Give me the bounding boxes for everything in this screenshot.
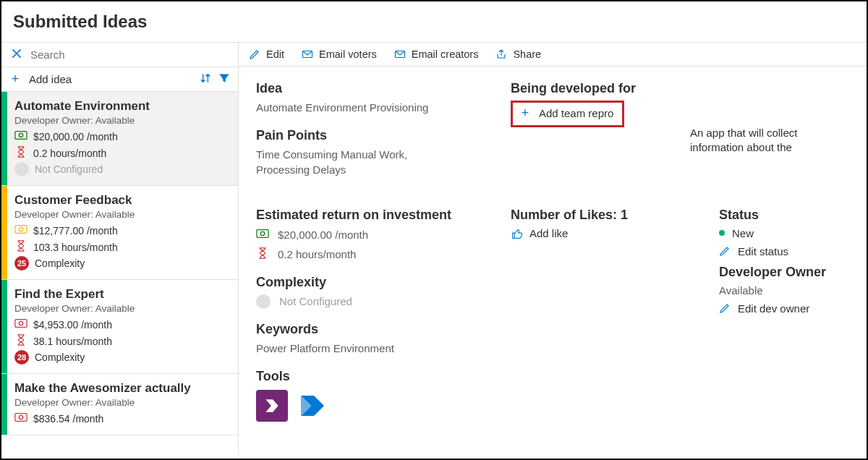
hourglass-icon xyxy=(14,145,27,161)
share-button[interactable]: Share xyxy=(495,48,541,60)
card-money: $4,953.00 /month xyxy=(14,317,229,332)
svg-rect-6 xyxy=(15,414,27,422)
status-heading: Status xyxy=(719,208,849,223)
svg-rect-10 xyxy=(257,229,268,237)
email-voters-button[interactable]: Email voters xyxy=(302,48,377,60)
being-developed-heading: Being developed for xyxy=(511,81,713,96)
share-icon xyxy=(495,48,507,60)
dev-owner-heading: Developer Owner xyxy=(719,265,849,280)
status-dot-icon xyxy=(719,230,725,236)
add-team-button[interactable]: + Add team repro xyxy=(516,103,619,124)
card-complexity: 28Complexity xyxy=(14,350,229,365)
complexity-value: Not Configured xyxy=(279,295,352,307)
complexity-heading: Complexity xyxy=(256,275,511,290)
card-title: Find the Expert xyxy=(14,287,229,302)
hourglass-icon xyxy=(256,247,269,262)
card-hours: 103.3 hours/month xyxy=(14,239,229,255)
email-voters-label: Email voters xyxy=(319,48,377,60)
card-owner: Developer Owner: Available xyxy=(14,115,229,126)
sidebar: + Add idea Automate Environment Develope… xyxy=(1,43,239,455)
card-money: $12,777.00 /month xyxy=(14,223,229,238)
roi-heading: Estimated return on investment xyxy=(256,208,511,223)
card-owner: Developer Owner: Available xyxy=(14,209,229,220)
complexity-badge: 28 xyxy=(14,350,29,365)
page-title: Submitted Ideas xyxy=(1,1,867,43)
pencil-icon xyxy=(249,48,260,60)
search-row[interactable] xyxy=(1,43,238,67)
roi-hours: 0.2 hours/month xyxy=(278,248,356,260)
money-icon xyxy=(14,411,27,426)
card-title: Make the Awesomizer actually xyxy=(14,381,229,396)
card-title: Automate Environment xyxy=(14,99,229,114)
edit-label: Edit xyxy=(266,48,284,60)
edit-status-label: Edit status xyxy=(738,245,788,257)
status-value: New xyxy=(732,227,754,239)
svg-rect-2 xyxy=(15,226,27,234)
filter-icon[interactable] xyxy=(218,72,231,87)
card-owner: Developer Owner: Available xyxy=(14,303,229,314)
complexity-badge-empty xyxy=(14,162,29,176)
svg-point-1 xyxy=(19,133,22,137)
svg-point-11 xyxy=(260,231,264,235)
edit-dev-owner-label: Edit dev owner xyxy=(738,302,809,315)
pencil-icon xyxy=(719,302,731,314)
keywords-value: Power Platform Environment xyxy=(256,341,511,356)
pain-heading: Pain Points xyxy=(256,128,511,143)
svg-point-3 xyxy=(19,227,22,231)
pencil-icon xyxy=(719,245,731,257)
idea-card[interactable]: Customer Feedback Developer Owner: Avail… xyxy=(1,186,238,280)
card-owner: Developer Owner: Available xyxy=(14,397,229,408)
detail-toolbar: Edit Email voters Email creators Share xyxy=(239,43,867,67)
dev-owner-value: Available xyxy=(719,284,849,297)
card-money: $836.54 /month xyxy=(14,411,229,426)
description-snippet: An app that will collect information abo… xyxy=(690,126,849,156)
status-stripe xyxy=(1,92,7,185)
svg-rect-4 xyxy=(15,320,27,328)
add-like-button[interactable]: Add like xyxy=(511,227,713,239)
tool-tile-blue[interactable] xyxy=(297,390,328,424)
mail-icon xyxy=(302,48,313,60)
money-icon xyxy=(256,227,269,242)
add-team-label: Add team repro xyxy=(539,107,613,119)
sort-icon[interactable] xyxy=(199,72,212,87)
clear-icon[interactable] xyxy=(10,47,23,62)
tool-tile-purple[interactable] xyxy=(256,390,288,422)
tools-heading: Tools xyxy=(256,369,511,384)
edit-status-button[interactable]: Edit status xyxy=(719,245,849,257)
detail-pane: Edit Email voters Email creators Share xyxy=(239,43,867,455)
edit-dev-owner-button[interactable]: Edit dev owner xyxy=(719,302,849,315)
likes-heading: Number of Likes: 1 xyxy=(511,208,713,223)
card-money: $20,000.00 /month xyxy=(14,129,229,144)
roi-money: $20,000.00 /month xyxy=(278,229,368,241)
add-idea-button[interactable]: Add idea xyxy=(29,73,72,85)
card-title: Customer Feedback xyxy=(14,193,229,208)
complexity-badge: 25 xyxy=(14,256,29,271)
status-stripe xyxy=(1,280,7,373)
edit-button[interactable]: Edit xyxy=(249,48,284,60)
search-input[interactable] xyxy=(30,48,229,61)
mail-icon xyxy=(394,48,406,60)
idea-card[interactable]: Find the Expert Developer Owner: Availab… xyxy=(1,280,238,374)
money-icon xyxy=(14,129,27,144)
card-complexity: 25Complexity xyxy=(14,256,229,271)
idea-card[interactable]: Automate Environment Developer Owner: Av… xyxy=(1,92,238,186)
money-icon xyxy=(14,317,27,332)
hourglass-icon xyxy=(14,333,27,349)
status-stripe xyxy=(1,186,7,279)
status-value-row: New xyxy=(719,227,849,239)
plus-icon: + xyxy=(519,106,532,121)
idea-name: Automate Environment Provisioning xyxy=(256,101,511,115)
add-like-label: Add like xyxy=(529,227,568,239)
idea-list: Automate Environment Developer Owner: Av… xyxy=(1,92,238,455)
thumb-icon xyxy=(511,227,522,239)
pain-text: Time Consuming Manual Work, Processing D… xyxy=(256,148,437,177)
status-stripe xyxy=(1,374,7,435)
idea-card[interactable]: Make the Awesomizer actually Developer O… xyxy=(1,374,238,435)
idea-heading: Idea xyxy=(256,81,511,96)
email-creators-button[interactable]: Email creators xyxy=(394,48,479,60)
svg-rect-0 xyxy=(15,132,27,140)
plus-icon[interactable]: + xyxy=(9,72,22,87)
email-creators-label: Email creators xyxy=(412,48,479,60)
add-team-highlight: + Add team repro xyxy=(511,101,624,127)
card-hours: 38.1 hours/month xyxy=(14,333,229,349)
